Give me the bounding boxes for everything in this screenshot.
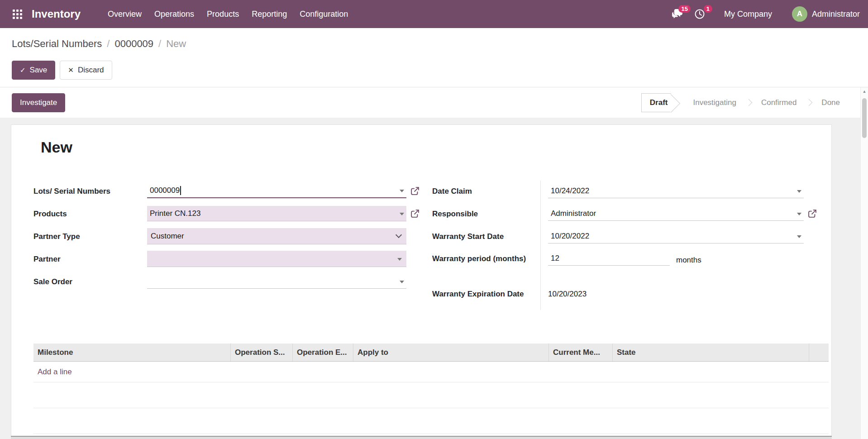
sale-order-label: Sale Order [33,276,147,287]
clock-icon [694,9,705,19]
partner-label: Partner [33,253,147,265]
field-row-date-claim: Date Claim 10/24/2022 [432,180,828,202]
field-groups: Lots/ Serial Numbers 0000009 [33,180,828,311]
stage-confirmed[interactable]: Confirmed [752,94,806,112]
lots-serial-label: Lots/ Serial Numbers [33,186,147,197]
add-a-line-link[interactable]: Add a line [38,367,72,377]
breadcrumb-record-0000009[interactable]: 0000009 [114,37,153,51]
warranty-period-suffix: months [676,256,701,265]
dropdown-caret-icon[interactable] [797,190,801,193]
chevron-down-icon [396,231,402,238]
external-link-icon[interactable] [411,187,419,195]
left-field-group: Lots/ Serial Numbers 0000009 [33,180,432,311]
save-button[interactable]: ✓ Save [12,61,55,80]
sale-order-input[interactable] [147,274,406,289]
apps-grid-icon [13,10,22,19]
stage-separator-icon [745,99,753,106]
dropdown-caret-icon[interactable] [400,281,404,283]
discard-button-label: Discard [78,66,104,75]
stage-separator-icon [806,99,813,106]
responsible-input[interactable]: Administrator [548,206,804,221]
company-switcher[interactable]: My Company [724,10,772,19]
milestones-table: Milestone Operation S... Operation E... … [33,344,829,434]
date-claim-label: Date Claim [432,186,540,197]
app-name[interactable]: Inventory [32,8,81,20]
content-area: New Lots/ Serial Numbers 0000009 [0,118,868,439]
activities-badge: 1 [704,5,712,13]
apps-menu-button[interactable] [8,5,26,23]
date-claim-input[interactable]: 10/24/2022 [548,184,804,198]
main-menu: Overview Operations Products Reporting C… [101,5,354,24]
dropdown-caret-icon[interactable] [797,235,801,238]
breadcrumb-separator: / [158,37,161,51]
menu-products[interactable]: Products [200,5,245,24]
warranty-start-label: Warranty Start Date [432,231,540,242]
partner-type-value: Customer [151,232,184,241]
column-header-state[interactable]: State [612,344,809,361]
control-panel-buttons: ✓ Save ✕ Discard [0,55,868,87]
field-row-sale-order: Sale Order [33,270,432,293]
column-header-milestone[interactable]: Milestone [33,344,230,361]
column-divider [540,181,541,310]
products-value: Printer CN.123 [150,209,200,218]
close-icon: ✕ [68,66,74,74]
user-menu[interactable]: A Administrator [792,6,860,22]
warranty-start-input[interactable]: 10/20/2022 [548,229,804,243]
messages-button[interactable]: 15 [666,5,689,23]
dropdown-caret-icon[interactable] [400,190,404,192]
user-name: Administrator [812,10,860,19]
field-row-partner: Partner [33,248,432,270]
partner-input[interactable] [147,251,406,267]
avatar: A [792,6,807,22]
form-sheet: New Lots/ Serial Numbers 0000009 [11,124,832,439]
add-line-row: Add a line [33,362,829,382]
lots-serial-input[interactable]: 0000009 [147,184,406,198]
menu-reporting[interactable]: Reporting [245,5,293,24]
stage-done[interactable]: Done [812,94,849,112]
menu-overview[interactable]: Overview [101,5,148,24]
save-button-label: Save [30,66,48,75]
section-divider [11,436,832,439]
field-row-partner-type: Partner Type Customer [33,225,432,248]
warranty-period-input[interactable]: 12 [548,251,670,266]
record-title: New [41,138,828,156]
activities-button[interactable]: 1 [689,5,711,23]
form-statusbar: Investigate Draft Investigating Confirme… [0,87,868,118]
column-header-operation-end[interactable]: Operation E... [292,344,353,361]
date-claim-value: 10/24/2022 [551,186,589,196]
lots-serial-value: 0000009 [150,186,180,195]
scrollbar-thumb[interactable] [862,98,867,138]
warranty-expiration-value: 10/20/2023 [548,288,587,300]
status-pipeline: Draft Investigating Confirmed Done [641,93,849,112]
breadcrumb: Lots/Serial Numbers / 0000009 / New [0,28,868,55]
menu-configuration[interactable]: Configuration [293,5,354,24]
check-icon: ✓ [20,66,26,74]
column-header-operation-start[interactable]: Operation S... [230,344,292,361]
menu-operations[interactable]: Operations [148,5,200,24]
dropdown-caret-icon[interactable] [397,258,402,261]
stage-draft[interactable]: Draft [641,93,672,112]
stage-investigating[interactable]: Investigating [684,94,745,112]
column-header-current-measure[interactable]: Current Me... [548,344,612,361]
navbar-right: 15 1 My Company A Administrator [666,5,860,23]
investigate-button[interactable]: Investigate [12,93,65,112]
empty-table-row [33,382,829,408]
external-link-icon[interactable] [808,210,816,218]
scrollbar[interactable]: ▲ [860,87,868,439]
discard-button[interactable]: ✕ Discard [60,61,112,80]
warranty-start-value: 10/20/2022 [551,232,589,241]
external-link-icon[interactable] [411,210,419,218]
breadcrumb-lots-serial-numbers[interactable]: Lots/Serial Numbers [12,37,102,51]
products-input[interactable]: Printer CN.123 [147,206,406,221]
partner-type-select[interactable]: Customer [147,228,406,244]
table-header-row: Milestone Operation S... Operation E... … [33,344,829,362]
warranty-expiration-label: Warranty Expiration Date [432,288,540,300]
dropdown-caret-icon[interactable] [797,213,801,215]
dropdown-caret-icon[interactable] [400,213,404,215]
responsible-value: Administrator [551,209,596,218]
scroll-up-icon[interactable]: ▲ [861,87,868,95]
responsible-label: Responsible [432,208,540,220]
stage-draft-label: Draft [650,98,668,107]
column-header-apply-to[interactable]: Apply to [353,344,548,361]
field-row-warranty-start: Warranty Start Date 10/20/2022 [432,225,828,248]
